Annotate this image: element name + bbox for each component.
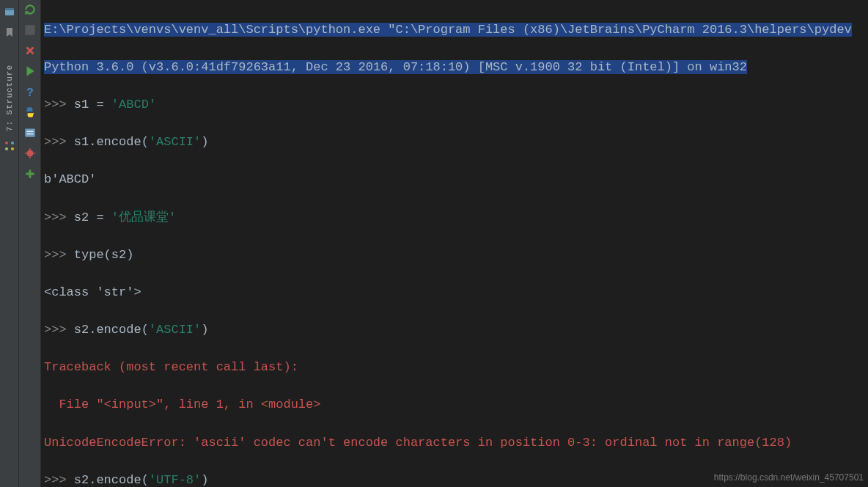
traceback-line: Traceback (most recent call last): [44, 360, 298, 374]
watermark: https://blog.csdn.net/weixin_45707501 [714, 472, 864, 483]
console-header-version: Python 3.6.0 (v3.6.0:41df79263a11, Dec 2… [44, 60, 747, 74]
rerun-icon[interactable] [23, 3, 37, 16]
prompt: >>> [44, 98, 74, 111]
output-class-str: <class 'str'> [44, 285, 141, 299]
python-logo-icon[interactable] [23, 106, 37, 119]
add-icon[interactable] [23, 167, 37, 180]
bookmark-icon[interactable] [4, 26, 15, 38]
svg-rect-10 [26, 133, 33, 134]
svg-point-2 [5, 142, 8, 144]
output-bytes-abcd: b'ABCD' [44, 172, 96, 186]
svg-text:?: ? [26, 87, 33, 98]
tab-square-icon[interactable] [23, 23, 37, 37]
unicode-error: UnicodeEncodeError: 'ascii' codec can't … [44, 436, 792, 450]
tool-sidebar: ? [19, 0, 41, 487]
help-icon[interactable]: ? [23, 85, 37, 98]
svg-rect-1 [5, 8, 14, 10]
svg-rect-6 [25, 25, 35, 35]
left-gutter: 7: Structure [0, 0, 19, 487]
debug-icon[interactable] [23, 147, 37, 160]
console-header-path: E:\Projects\venvs\venv_all\Scripts\pytho… [44, 23, 852, 37]
stop-icon[interactable] [23, 44, 37, 57]
svg-rect-9 [26, 131, 33, 132]
structure-icon[interactable] [4, 140, 15, 152]
project-icon[interactable] [4, 6, 15, 18]
python-console[interactable]: E:\Projects\venvs\venv_all\Scripts\pytho… [41, 0, 868, 487]
structure-tab-label[interactable]: 7: Structure [5, 65, 14, 131]
run-icon[interactable] [23, 65, 37, 78]
svg-point-4 [5, 147, 8, 150]
svg-point-3 [11, 142, 14, 144]
history-icon[interactable] [23, 126, 37, 139]
svg-rect-8 [25, 128, 35, 136]
svg-point-11 [26, 150, 33, 157]
svg-point-5 [11, 147, 14, 150]
traceback-file: File "<input>", line 1, in <module> [44, 398, 320, 411]
